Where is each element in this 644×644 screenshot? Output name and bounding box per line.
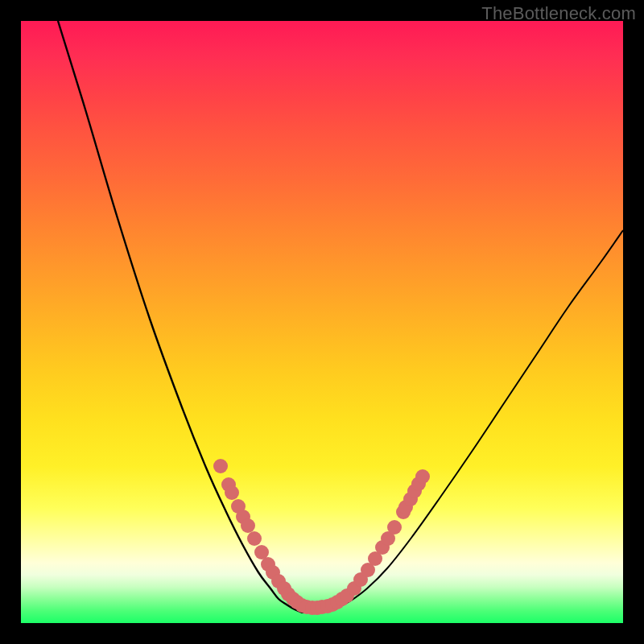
data-dot — [241, 518, 255, 533]
watermark-text: TheBottleneck.com — [481, 3, 636, 24]
data-dot — [225, 485, 239, 500]
chart-svg — [21, 21, 623, 623]
data-dot — [415, 469, 430, 484]
data-dot — [247, 531, 262, 546]
data-dot — [387, 520, 402, 535]
right-bottleneck-curve — [303, 230, 623, 613]
chart-frame — [21, 21, 623, 623]
data-dots — [213, 459, 430, 615]
data-dot — [213, 459, 228, 473]
left-bottleneck-curve — [58, 21, 303, 613]
